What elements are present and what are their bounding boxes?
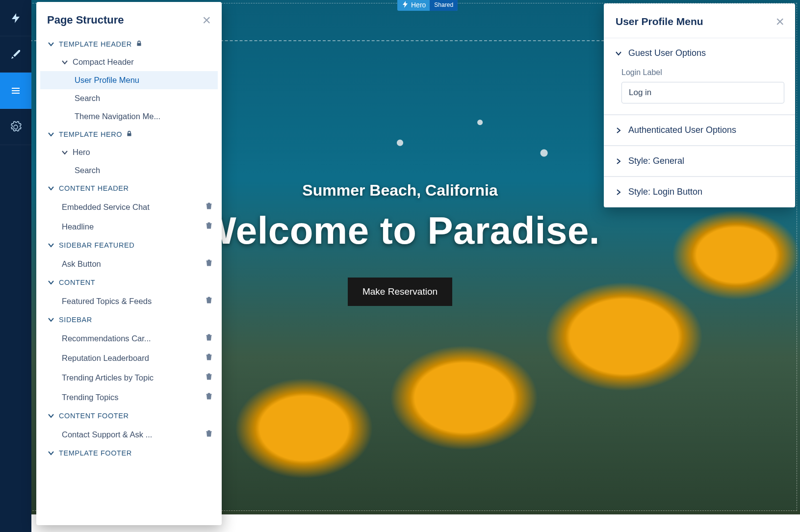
tree-item[interactable]: Search <box>40 161 218 179</box>
trash-icon <box>205 221 213 229</box>
section-label: TEMPLATE HERO <box>59 130 122 138</box>
section-label: CONTENT HEADER <box>59 184 129 192</box>
tree-item-label: Trending Topics <box>62 393 119 402</box>
accordion-header[interactable]: Style: Login Button <box>604 177 795 207</box>
chevron-right-icon <box>615 127 622 134</box>
tree-item[interactable]: Ask Button <box>40 254 218 274</box>
tree-item-label: Headline <box>62 222 94 231</box>
tree-item[interactable]: Hero <box>40 143 218 161</box>
tree-item-label: Featured Topics & Feeds <box>62 297 152 306</box>
page-structure-title: Page Structure <box>47 14 124 26</box>
tree-item-label: Reputation Leaderboard <box>62 354 149 363</box>
property-panel-title: User Profile Menu <box>616 16 703 27</box>
trash-icon <box>205 333 213 341</box>
tree-item-label: Contact Support & Ask ... <box>62 430 152 439</box>
chevron-down-icon <box>47 412 55 420</box>
tree-item[interactable]: Embedded Service Chat <box>40 197 218 217</box>
chevron-down-icon <box>47 184 55 192</box>
tree-item[interactable]: Trending Topics <box>40 387 218 407</box>
tree-item[interactable]: Compact Header <box>40 53 218 71</box>
field-label: Login Label <box>621 68 784 77</box>
tree-item[interactable]: Theme Navigation Me... <box>40 107 218 126</box>
delete-button[interactable] <box>205 333 213 344</box>
section-header[interactable]: TEMPLATE FOOTER <box>40 444 218 462</box>
section-header[interactable]: TEMPLATE HERO <box>40 126 218 143</box>
lock-icon <box>126 130 132 137</box>
delete-button[interactable] <box>205 429 213 440</box>
accordion-label: Authenticated User Options <box>628 125 736 135</box>
gear-icon <box>10 121 22 133</box>
delete-button[interactable] <box>205 392 213 403</box>
tree-item-label: Recommendations Car... <box>62 334 151 343</box>
section-header[interactable]: SIDEBAR <box>40 311 218 329</box>
page-structure-panel: Page Structure × TEMPLATE HEADERCompact … <box>36 2 222 525</box>
trash-icon <box>205 392 213 400</box>
trash-icon <box>205 372 213 380</box>
tree-item[interactable]: User Profile Menu <box>40 71 218 89</box>
trash-icon <box>205 202 213 210</box>
rail-page-structure[interactable] <box>0 73 31 109</box>
tree-item[interactable]: Headline <box>40 217 218 236</box>
tree-item[interactable]: Trending Articles by Topic <box>40 368 218 387</box>
tree-item[interactable]: Search <box>40 89 218 107</box>
tree-item-label: Theme Navigation Me... <box>75 112 160 121</box>
tree-item-label: Embedded Service Chat <box>62 203 150 212</box>
section-header[interactable]: CONTENT <box>40 274 218 291</box>
rail-components[interactable] <box>0 0 31 36</box>
property-panel: User Profile Menu × Guest User OptionsLo… <box>604 3 795 207</box>
close-page-structure-button[interactable]: × <box>202 13 211 27</box>
tree-item-label: User Profile Menu <box>75 76 139 85</box>
delete-button[interactable] <box>205 221 213 232</box>
lightning-icon <box>10 12 22 24</box>
section-label: SIDEBAR <box>59 316 92 324</box>
tree-item[interactable]: Featured Topics & Feeds <box>40 291 218 311</box>
page-structure-body: TEMPLATE HEADERCompact HeaderUser Profil… <box>36 35 222 472</box>
chevron-down-icon <box>47 449 55 457</box>
chevron-right-icon <box>615 188 622 196</box>
make-reservation-button[interactable]: Make Reservation <box>348 278 452 306</box>
accordion-body: Login Label <box>604 68 795 115</box>
brush-icon <box>10 49 22 60</box>
tree-item[interactable]: Reputation Leaderboard <box>40 348 218 368</box>
tree-item[interactable]: Contact Support & Ask ... <box>40 425 218 444</box>
tree-item-label: Hero <box>73 148 90 157</box>
tree-item[interactable]: Recommendations Car... <box>40 329 218 348</box>
chevron-down-icon <box>47 316 55 324</box>
delete-button[interactable] <box>205 258 213 269</box>
accordion-header[interactable]: Guest User Options <box>604 38 795 68</box>
tree-item-label: Ask Button <box>62 259 101 269</box>
trash-icon <box>205 429 213 437</box>
chevron-down-icon <box>61 149 69 156</box>
delete-button[interactable] <box>205 372 213 383</box>
tree-item-label: Search <box>75 166 100 175</box>
section-label: TEMPLATE FOOTER <box>59 449 132 457</box>
chevron-down-icon <box>61 58 69 66</box>
accordion-header[interactable]: Authenticated User Options <box>604 115 795 146</box>
close-property-panel-button[interactable]: × <box>775 14 784 29</box>
section-header[interactable]: CONTENT HEADER <box>40 179 218 197</box>
section-header[interactable]: CONTENT FOOTER <box>40 407 218 425</box>
tree-item-label: Compact Header <box>73 57 134 67</box>
lock-icon <box>136 40 142 47</box>
delete-button[interactable] <box>205 296 213 306</box>
chevron-down-icon <box>47 130 55 138</box>
delete-button[interactable] <box>205 202 213 212</box>
accordion-label: Guest User Options <box>628 48 706 58</box>
section-label: TEMPLATE HEADER <box>59 40 132 48</box>
delete-button[interactable] <box>205 353 213 363</box>
trash-icon <box>205 296 213 304</box>
chevron-down-icon <box>47 40 55 48</box>
chevron-right-icon <box>615 157 622 165</box>
property-panel-body: Guest User OptionsLogin Label Authentica… <box>604 38 795 207</box>
trash-icon <box>205 258 213 267</box>
rail-settings[interactable] <box>0 109 31 145</box>
section-label: CONTENT FOOTER <box>59 412 129 420</box>
rail-theme[interactable] <box>0 36 31 73</box>
accordion-label: Style: Login Button <box>628 187 702 197</box>
section-header[interactable]: SIDEBAR FEATURED <box>40 236 218 254</box>
accordion-header[interactable]: Style: General <box>604 146 795 177</box>
section-header[interactable]: TEMPLATE HEADER <box>40 35 218 53</box>
chevron-down-icon <box>47 241 55 249</box>
login-label-input[interactable] <box>621 82 784 103</box>
tree-item-label: Trending Articles by Topic <box>62 373 154 382</box>
